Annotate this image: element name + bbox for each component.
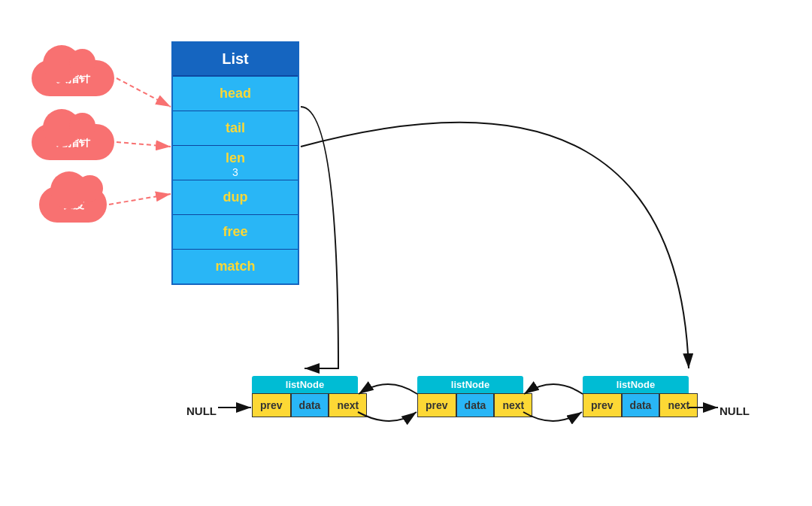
node1-next: next xyxy=(329,393,367,417)
cloud-head: 头指针 xyxy=(32,60,114,96)
node2-label: listNode xyxy=(417,376,523,393)
list-row-dup: dup xyxy=(173,180,298,215)
list-row-head: head xyxy=(173,77,298,111)
arrow-head-to-node1 xyxy=(301,107,338,368)
node3-next: next xyxy=(659,393,698,417)
cloud-len: 长度 xyxy=(39,186,107,223)
node2-data: data xyxy=(456,393,495,417)
arrows-svg xyxy=(0,0,812,506)
canvas: 头指针 尾指针 长度 List head tail len 3 dup free… xyxy=(0,0,812,506)
arrow-head-pointer xyxy=(117,78,171,107)
list-header: List xyxy=(173,43,298,77)
node1-prev: prev xyxy=(252,393,291,417)
node2-prev: prev xyxy=(417,393,456,417)
node1: listNode prev data next xyxy=(252,376,367,417)
list-row-len: len 3 xyxy=(173,146,298,180)
node1-data: data xyxy=(291,393,329,417)
arrow-node3-to-node2 xyxy=(524,384,583,394)
arrow-tail-pointer xyxy=(117,142,171,147)
null-right: NULL xyxy=(720,404,750,417)
node3: listNode prev data next xyxy=(583,376,698,417)
list-table: List head tail len 3 dup free match xyxy=(171,41,299,285)
null-left: NULL xyxy=(186,404,217,417)
arrow-tail-to-node3 xyxy=(301,123,689,368)
arrow-len-pointer xyxy=(109,194,171,205)
list-row-tail: tail xyxy=(173,111,298,146)
node2: listNode prev data next xyxy=(417,376,532,417)
node3-label: listNode xyxy=(583,376,689,393)
node1-label: listNode xyxy=(252,376,358,393)
node2-next: next xyxy=(494,393,532,417)
list-row-free: free xyxy=(173,215,298,250)
list-row-match: match xyxy=(173,250,298,283)
node3-prev: prev xyxy=(583,393,622,417)
node3-data: data xyxy=(622,393,660,417)
arrow-node2-to-node1 xyxy=(359,384,417,394)
cloud-tail: 尾指针 xyxy=(32,124,114,160)
